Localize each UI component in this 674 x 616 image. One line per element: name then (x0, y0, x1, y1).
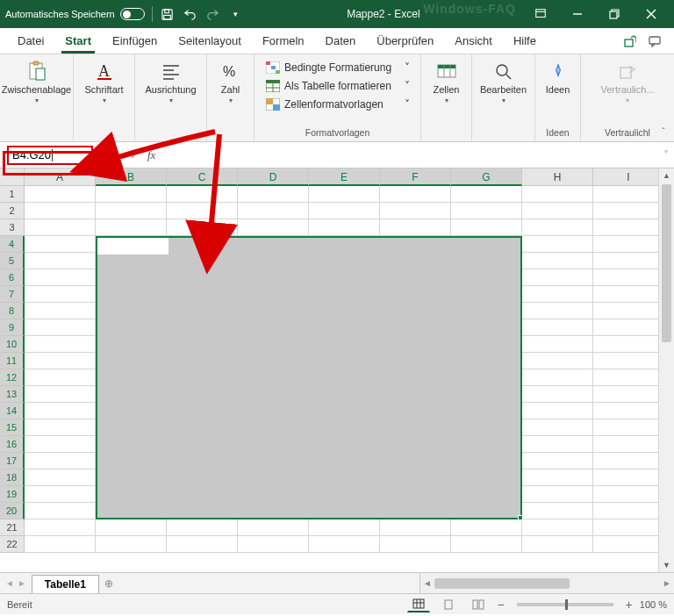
tab-daten[interactable]: Daten (315, 28, 367, 54)
row-header-6[interactable]: 6 (0, 269, 25, 286)
row-header-17[interactable]: 17 (0, 453, 25, 469)
minimize-button[interactable] (560, 0, 595, 28)
row-header-18[interactable]: 18 (0, 469, 25, 486)
row-header-12[interactable]: 12 (0, 369, 25, 386)
scroll-right-icon[interactable]: ► (660, 578, 674, 588)
row-header-9[interactable]: 9 (0, 319, 25, 336)
row-header-15[interactable]: 15 (0, 419, 25, 436)
svg-rect-43 (445, 600, 452, 609)
row-header-10[interactable]: 10 (0, 336, 25, 353)
tab-ansicht[interactable]: Ansicht (444, 28, 503, 54)
font-button[interactable]: A Schriftart ▾ (75, 58, 133, 106)
formula-input[interactable] (159, 146, 658, 165)
tab-datei[interactable]: Datei (7, 28, 54, 54)
comments-icon[interactable] (642, 28, 667, 54)
hscroll-thumb[interactable] (434, 578, 570, 589)
view-normal-icon[interactable] (407, 597, 430, 612)
collapse-ribbon-icon[interactable]: ˆ (656, 127, 670, 138)
spreadsheet-grid[interactable]: ABCDEFGHI 123456789101112131415161718192… (0, 168, 674, 572)
row-headers[interactable]: 12345678910111213141516171819202122 (0, 186, 25, 553)
column-headers[interactable]: ABCDEFGHI (25, 168, 658, 186)
clipboard-button[interactable]: Zwischenablage ▾ (0, 58, 75, 106)
row-header-13[interactable]: 13 (0, 386, 25, 403)
svg-line-37 (506, 75, 511, 79)
vertical-scrollbar[interactable]: ▲ ▼ (658, 168, 674, 572)
autosave-toggle[interactable]: Automatisches Speichern (5, 8, 145, 20)
toggle-off-icon[interactable] (120, 8, 145, 20)
svg-rect-6 (610, 11, 617, 18)
view-page-layout-icon[interactable] (437, 597, 460, 612)
tab-einfuegen[interactable]: Einfügen (102, 28, 168, 54)
restore-button[interactable] (597, 0, 632, 28)
cells-area[interactable] (25, 186, 658, 572)
tab-formeln[interactable]: Formeln (252, 28, 315, 54)
select-all-triangle[interactable] (0, 168, 25, 186)
name-box[interactable]: B4:G20 (7, 146, 93, 165)
scroll-thumb[interactable] (662, 184, 671, 342)
enter-icon[interactable]: ✓ (125, 146, 144, 165)
row-header-16[interactable]: 16 (0, 436, 25, 453)
cells-button[interactable]: Zellen ▾ (418, 58, 476, 106)
col-header-B[interactable]: B (96, 168, 167, 186)
row-header-1[interactable]: 1 (0, 186, 25, 203)
zoom-in-button[interactable]: + (626, 598, 633, 612)
save-icon[interactable] (160, 6, 176, 22)
expand-formula-bar-icon[interactable]: ˅ (658, 149, 674, 161)
col-header-C[interactable]: C (167, 168, 238, 186)
horizontal-scrollbar[interactable]: ◄ ► (419, 573, 674, 593)
row-header-21[interactable]: 21 (0, 519, 25, 536)
fx-icon[interactable]: fx (144, 148, 159, 162)
zoom-out-button[interactable]: − (497, 598, 504, 612)
number-label: Zahl (221, 84, 240, 95)
tab-start[interactable]: Start (54, 28, 102, 54)
col-header-A[interactable]: A (25, 168, 96, 186)
number-button[interactable]: % Zahl ▾ (202, 58, 260, 106)
scroll-left-icon[interactable]: ◄ (420, 578, 434, 588)
col-header-H[interactable]: H (522, 168, 593, 186)
col-header-F[interactable]: F (380, 168, 451, 186)
alignment-button[interactable]: Ausrichtung ▾ (141, 58, 199, 106)
ideas-button[interactable]: Ideen (529, 58, 587, 97)
col-header-D[interactable]: D (238, 168, 309, 186)
conditional-formatting-button[interactable]: Bedingte Formatierung ˅ (263, 60, 412, 75)
format-as-table-button[interactable]: Als Tabelle formatieren ˅ (263, 78, 412, 94)
row-header-2[interactable]: 2 (0, 203, 25, 219)
add-sheet-button[interactable]: ⊕ (99, 573, 118, 593)
col-header-G[interactable]: G (451, 168, 522, 186)
editing-button[interactable]: Bearbeiten ▾ (475, 58, 533, 106)
scroll-up-icon[interactable]: ▲ (659, 168, 674, 183)
row-header-8[interactable]: 8 (0, 303, 25, 319)
zoom-level[interactable]: 100 % (640, 599, 667, 610)
cell-styles-button[interactable]: Zellenformatvorlagen ˅ (263, 97, 412, 112)
cancel-icon[interactable]: ✕ (105, 146, 125, 165)
tab-seitenlayout[interactable]: Seitenlayout (168, 28, 252, 54)
row-header-20[interactable]: 20 (0, 503, 25, 519)
view-page-break-icon[interactable] (467, 597, 490, 612)
sheet-prev-icon[interactable]: ◄ (5, 578, 14, 588)
row-header-14[interactable]: 14 (0, 403, 25, 419)
close-button[interactable] (634, 0, 669, 28)
tab-ueberpruefen[interactable]: Überprüfen (366, 28, 444, 54)
share-icon[interactable] (618, 28, 642, 54)
ribbon-display-icon[interactable] (523, 0, 558, 28)
tab-hilfe[interactable]: Hilfe (503, 28, 547, 54)
col-header-I[interactable]: I (593, 168, 664, 186)
fill-handle[interactable] (518, 515, 523, 520)
redo-icon[interactable] (205, 6, 221, 22)
undo-icon[interactable] (183, 6, 198, 22)
alignment-label: Ausrichtung (145, 84, 196, 95)
sheet-tab-1[interactable]: Tabelle1 (32, 575, 99, 593)
scroll-down-icon[interactable]: ▼ (659, 558, 674, 572)
row-header-22[interactable]: 22 (0, 536, 25, 553)
row-header-7[interactable]: 7 (0, 286, 25, 303)
qat-customize-icon[interactable]: ▾ (228, 6, 244, 22)
row-header-4[interactable]: 4 (0, 236, 25, 253)
row-header-3[interactable]: 3 (0, 219, 25, 236)
svg-rect-10 (649, 37, 660, 44)
zoom-slider[interactable] (517, 603, 613, 606)
row-header-5[interactable]: 5 (0, 253, 25, 269)
row-header-19[interactable]: 19 (0, 486, 25, 503)
row-header-11[interactable]: 11 (0, 353, 25, 369)
sheet-next-icon[interactable]: ► (18, 578, 26, 588)
col-header-E[interactable]: E (309, 168, 380, 186)
